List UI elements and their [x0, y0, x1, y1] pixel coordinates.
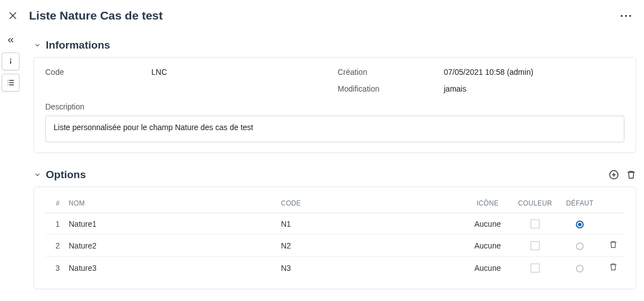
cell-actions	[602, 257, 624, 279]
cell-icone[interactable]: Aucune	[462, 213, 513, 235]
cell-couleur[interactable]	[513, 235, 557, 257]
cell-icone[interactable]: Aucune	[462, 257, 513, 279]
col-actions	[602, 192, 624, 213]
svg-point-2	[10, 59, 11, 60]
cell-num: 2	[45, 235, 64, 257]
cell-actions	[602, 213, 624, 235]
table-row[interactable]: 2Nature2N2Aucune	[45, 235, 624, 257]
col-icone: ICÔNE	[462, 192, 513, 213]
cell-icone[interactable]: Aucune	[462, 235, 513, 257]
default-radio[interactable]	[576, 221, 584, 228]
default-radio[interactable]	[576, 242, 584, 250]
cell-nom: Nature2	[64, 235, 276, 257]
svg-point-8	[8, 82, 8, 83]
cell-nom: Nature1	[64, 213, 276, 235]
informations-panel: Code LNC Création 07/05/2021 10:58 (admi…	[34, 57, 636, 153]
add-option-icon[interactable]	[608, 169, 619, 180]
cell-actions	[602, 235, 624, 257]
collapse-rail-icon[interactable]	[2, 31, 20, 49]
delete-options-icon[interactable]	[626, 170, 636, 180]
section-header-informations: Informations	[34, 39, 636, 51]
section-informations: Informations Code LNC Création 07/05/202…	[34, 39, 636, 153]
section-options: Options # NOM	[34, 169, 636, 289]
chevron-down-icon[interactable]	[34, 171, 41, 179]
label-modification: Modification	[338, 84, 438, 93]
section-title-options: Options	[46, 169, 608, 181]
cell-couleur[interactable]	[513, 257, 557, 279]
default-radio[interactable]	[576, 265, 584, 273]
value-code: LNC	[151, 68, 332, 77]
color-swatch[interactable]	[531, 264, 540, 273]
description-textarea[interactable]: Liste personnalisée pour le champ Nature…	[45, 116, 624, 142]
label-description: Description	[45, 102, 624, 111]
options-table: # NOM CODE ICÔNE COULEUR DÉFAUT 1Nature1…	[45, 192, 624, 279]
color-swatch[interactable]	[531, 241, 540, 250]
cell-defaut[interactable]	[557, 213, 602, 235]
list-tab-icon[interactable]	[2, 74, 20, 92]
col-defaut: DÉFAUT	[557, 192, 602, 213]
cell-couleur[interactable]	[513, 213, 557, 235]
col-num: #	[45, 192, 64, 213]
more-icon[interactable]: ···	[620, 9, 633, 22]
page-title: Liste Nature Cas de test	[29, 9, 620, 22]
cell-code: N3	[276, 257, 462, 279]
color-swatch[interactable]	[531, 219, 540, 228]
col-couleur: COULEUR	[513, 192, 557, 213]
cell-code: N2	[276, 235, 462, 257]
section-header-options: Options	[34, 169, 636, 181]
table-header-row: # NOM CODE ICÔNE COULEUR DÉFAUT	[45, 192, 624, 213]
chevron-down-icon[interactable]	[34, 41, 41, 49]
svg-point-9	[8, 84, 8, 85]
trash-icon[interactable]	[609, 240, 618, 249]
table-row[interactable]: 1Nature1N1Aucune	[45, 213, 624, 235]
svg-point-7	[8, 80, 8, 80]
col-code: CODE	[276, 192, 462, 213]
main-content: Informations Code LNC Création 07/05/202…	[34, 39, 636, 295]
left-rail	[0, 27, 21, 92]
page-header: Liste Nature Cas de test ···	[0, 0, 644, 28]
trash-icon[interactable]	[609, 262, 618, 271]
cell-num: 3	[45, 257, 64, 279]
close-icon[interactable]	[8, 11, 18, 21]
label-creation: Création	[338, 68, 438, 77]
label-code: Code	[45, 68, 146, 77]
cell-nom: Nature3	[64, 257, 276, 279]
col-nom: NOM	[64, 192, 276, 213]
options-panel: # NOM CODE ICÔNE COULEUR DÉFAUT 1Nature1…	[34, 187, 636, 289]
cell-code: N1	[276, 213, 462, 235]
value-creation: 07/05/2021 10:58 (admin)	[444, 68, 625, 77]
options-tbody: 1Nature1N1Aucune2Nature2N2Aucune3Nature3…	[45, 213, 624, 279]
cell-defaut[interactable]	[557, 235, 602, 257]
value-modification: jamais	[444, 84, 625, 93]
cell-num: 1	[45, 213, 64, 235]
section-title-informations: Informations	[46, 39, 636, 51]
info-tab-icon[interactable]	[2, 52, 20, 70]
svg-rect-3	[10, 60, 11, 64]
table-row[interactable]: 3Nature3N3Aucune	[45, 257, 624, 279]
cell-defaut[interactable]	[557, 257, 602, 279]
